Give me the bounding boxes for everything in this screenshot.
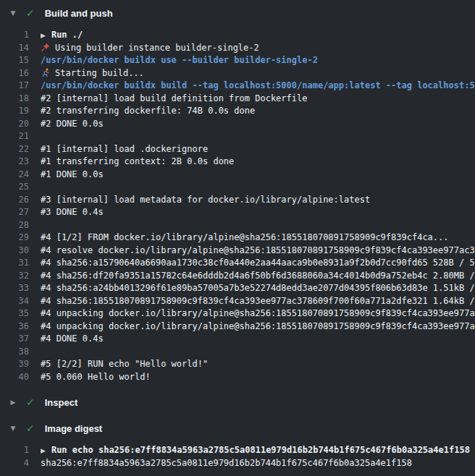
log-line-content: #2 DONE 0.0s [41, 118, 475, 131]
line-number[interactable]: 24 [0, 169, 29, 182]
line-number[interactable]: 26 [0, 194, 29, 207]
log-text: #4 sha256:df20fa9351a15782c64e6dddb2d4a6… [41, 271, 475, 281]
log-text: #4 sha256:a15790640a6690aa1730c38cf0a440… [41, 258, 475, 268]
log-line: 4sha256:e7ff8834a5963a2785c5a0811e979d16… [0, 457, 475, 470]
log-line: 1▶Run echo sha256:e7ff8834a5963a2785c5a0… [0, 444, 475, 457]
line-number[interactable]: 4 [0, 457, 29, 470]
line-number[interactable]: 30 [0, 245, 29, 258]
expand-group-icon[interactable]: ▶ [41, 30, 46, 42]
expand-group-icon[interactable]: ▶ [41, 445, 46, 457]
log-text: #4 sha256:185518070891758909c9f839cf4ca3… [41, 296, 475, 306]
log-line: 23#1 transferring context: 2B 0.0s done [0, 156, 475, 169]
line-number[interactable]: 19 [0, 105, 29, 118]
line-number[interactable]: 23 [0, 156, 29, 169]
line-number[interactable]: 34 [0, 295, 29, 308]
log-line: 18#2 [internal] load build definition fr… [0, 93, 475, 106]
section-title: Inspect [45, 397, 78, 408]
log-line-content [41, 130, 475, 143]
section-header-image-digest[interactable]: ▼✓Image digest [0, 415, 475, 441]
log-line: 29#4 [1/2] FROM docker.io/library/alpine… [0, 231, 475, 245]
line-number[interactable]: 35 [0, 307, 29, 320]
log-text: #3 DONE 0.4s [41, 207, 104, 217]
log-text: #4 unpacking docker.io/library/alpine@sh… [41, 321, 475, 331]
log-text: #4 [1/2] FROM docker.io/library/alpine@s… [41, 232, 449, 242]
log-line-content: #3 [internal] load metadata for docker.i… [41, 194, 475, 207]
line-number[interactable]: 22 [0, 143, 29, 156]
line-number[interactable]: 20 [0, 118, 29, 131]
log-line: 28 [0, 219, 475, 232]
log-text: #4 DONE 0.4s [41, 333, 104, 344]
line-number[interactable]: 1 [0, 29, 29, 42]
log-line: 15/usr/bin/docker buildx use --builder b… [0, 54, 475, 67]
runner-icon [41, 68, 55, 78]
log-line: 26#3 [internal] load metadata for docker… [0, 194, 475, 207]
section-header-inspect[interactable]: ▶✓Inspect [0, 389, 475, 415]
log-section-inspect: ▶✓Inspect [0, 389, 475, 415]
line-number[interactable]: 31 [0, 257, 29, 270]
check-icon: ✓ [26, 397, 35, 407]
line-number[interactable]: 32 [0, 270, 29, 283]
log-line: 38 [0, 346, 475, 359]
log-line-content [41, 181, 475, 194]
line-number[interactable]: 40 [0, 371, 29, 384]
log-line-content: #4 unpacking docker.io/library/alpine@sh… [41, 320, 475, 333]
log-line: 22#1 [internal] load .dockerignore [0, 143, 475, 156]
log-line-content: #1 [internal] load .dockerignore [41, 143, 475, 156]
chevron-down-icon: ▼ [7, 10, 20, 17]
check-icon: ✓ [26, 8, 35, 18]
line-number[interactable]: 36 [0, 320, 29, 333]
line-number[interactable]: 15 [0, 54, 29, 67]
log-text: #1 transferring context: 2B 0.0s done [41, 156, 234, 166]
line-number[interactable]: 21 [0, 130, 29, 143]
log-line: 20#2 DONE 0.0s [0, 118, 475, 131]
line-number[interactable]: 25 [0, 181, 29, 194]
log-line-content: ▶Run echo sha256:e7ff8834a5963a2785c5a08… [41, 444, 475, 457]
log-line-content: #1 transferring context: 2B 0.0s done [41, 156, 475, 169]
log-line: 32#4 sha256:df20fa9351a15782c64e6dddb2d4… [0, 270, 475, 283]
line-number[interactable]: 28 [0, 219, 29, 232]
check-icon: ✓ [26, 423, 35, 433]
log-text: #5 [2/2] RUN echo "Hello world!" [41, 359, 208, 369]
log-text: Using builder instance builder-single-2 [55, 43, 259, 53]
log-line: 1▶Run ./ [0, 29, 475, 42]
line-number[interactable]: 37 [0, 333, 29, 346]
line-number[interactable]: 18 [0, 93, 29, 106]
chevron-down-icon: ▼ [7, 425, 20, 432]
log-line: 17/usr/bin/docker buildx build --tag loc… [0, 80, 475, 93]
pushpin-icon [41, 43, 55, 53]
log-line-content: #5 0.060 Hello world! [41, 371, 475, 384]
log-section-build-and-push: ▼✓Build and push1▶Run ./14Using builder … [0, 0, 475, 388]
log-line-content: #5 [2/2] RUN echo "Hello world!" [41, 358, 475, 371]
log-line: 31#4 sha256:a15790640a6690aa1730c38cf0a4… [0, 257, 475, 270]
log-text: /usr/bin/docker buildx use --builder bui… [41, 55, 318, 65]
log-line: 24#1 DONE 0.0s [0, 169, 475, 182]
log-text: #4 sha256:a24bb4013296f61e89ba57005a7b3e… [41, 283, 475, 293]
line-number[interactable]: 1 [0, 444, 29, 457]
log-line-content: #2 transferring dockerfile: 74B 0.0s don… [41, 105, 475, 118]
log-line: 16Starting build... [0, 67, 475, 80]
log-line-content: #4 sha256:a15790640a6690aa1730c38cf0a440… [41, 257, 475, 270]
log-line: 36#4 unpacking docker.io/library/alpine@… [0, 320, 475, 333]
log-text: #2 DONE 0.0s [41, 119, 104, 129]
line-number[interactable]: 14 [0, 42, 29, 55]
log-line: 30#4 resolve docker.io/library/alpine@sh… [0, 245, 475, 258]
log-line: 34#4 sha256:185518070891758909c9f839cf4c… [0, 295, 475, 308]
log-text: Run ./ [51, 30, 83, 40]
log-text: Starting build... [55, 68, 144, 78]
line-number[interactable]: 39 [0, 358, 29, 371]
log-text: #2 [internal] load build definition from… [41, 93, 307, 103]
line-number[interactable]: 16 [0, 67, 29, 80]
log-line-content: #4 DONE 0.4s [41, 333, 475, 346]
chevron-right-icon: ▶ [7, 399, 20, 406]
line-number[interactable]: 29 [0, 231, 29, 245]
log-text: #1 [internal] load .dockerignore [41, 144, 208, 154]
log-line-content: #4 unpacking docker.io/library/alpine@sh… [41, 307, 475, 320]
section-header-build-and-push[interactable]: ▼✓Build and push [0, 0, 475, 26]
line-number[interactable]: 33 [0, 282, 29, 295]
log-line-content: #4 [1/2] FROM docker.io/library/alpine@s… [41, 231, 475, 245]
line-number[interactable]: 17 [0, 80, 29, 93]
line-number[interactable]: 27 [0, 206, 29, 219]
line-number[interactable]: 38 [0, 346, 29, 359]
log-line: 14Using builder instance builder-single-… [0, 42, 475, 55]
log-line: 33#4 sha256:a24bb4013296f61e89ba57005a7b… [0, 282, 475, 295]
